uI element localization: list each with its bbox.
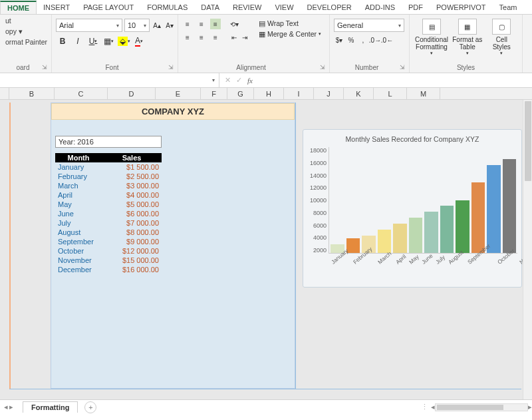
column-header-F[interactable]: F — [201, 88, 227, 99]
wrap-text-button[interactable]: ▤Wrap Text — [257, 19, 323, 28]
table-row[interactable]: August$8 000.00 — [55, 228, 162, 237]
month-cell[interactable]: December — [55, 265, 102, 274]
column-header-K[interactable]: K — [344, 88, 374, 99]
align-top-icon[interactable]: ≡ — [182, 19, 193, 29]
vertical-scrollbar[interactable] — [523, 100, 532, 399]
month-cell[interactable]: May — [55, 200, 102, 209]
merge-center-button[interactable]: ▦Merge & Center ▾ — [257, 29, 323, 39]
column-header-C[interactable]: C — [55, 88, 108, 99]
align-bottom-icon[interactable]: ≡ — [210, 19, 221, 29]
ribbon-tab-team[interactable]: Team — [493, 1, 524, 13]
copy-button[interactable]: opy ▾ — [4, 27, 49, 36]
increase-decimal-icon[interactable]: .0→ — [370, 35, 380, 45]
chart[interactable]: Monthly Sales Recorded for Company XYZ 1… — [303, 129, 522, 288]
column-header-J[interactable]: J — [314, 88, 344, 99]
column-header-L[interactable]: L — [374, 88, 407, 99]
table-row[interactable]: October$12 000.00 — [55, 246, 162, 256]
font-launcher-icon[interactable]: ⇲ — [168, 64, 174, 71]
month-cell[interactable]: November — [55, 256, 102, 265]
number-format-combo[interactable]: General▾ — [334, 19, 404, 32]
decrease-indent-icon[interactable]: ⇤ — [229, 32, 239, 43]
ribbon-tab-review[interactable]: REVIEW — [226, 1, 268, 13]
orientation-icon[interactable]: ⟲▾ — [229, 19, 239, 29]
percent-format-icon[interactable]: % — [346, 35, 356, 45]
fx-icon[interactable]: fx — [247, 77, 253, 85]
chart-bar[interactable] — [440, 206, 454, 253]
tab-split-icon[interactable]: ⋮ — [421, 403, 428, 411]
font-size-combo[interactable]: 10▾ — [124, 19, 150, 32]
month-cell[interactable]: September — [55, 237, 102, 246]
clipboard-launcher-icon[interactable]: ⇲ — [42, 64, 47, 71]
cut-button[interactable]: ut — [4, 16, 49, 25]
worksheet-grid[interactable]: COMPANY XYZ Year: 2016 Month Sales Janua… — [0, 100, 532, 399]
table-row[interactable]: February$2 500.00 — [55, 172, 162, 181]
chart-bar[interactable] — [503, 159, 517, 253]
name-box[interactable]: ▾ — [0, 73, 219, 87]
ribbon-tab-formulas[interactable]: FORMULAS — [140, 1, 194, 13]
table-row[interactable]: December$16 000.00 — [55, 265, 162, 274]
cell-styles-button[interactable]: ▢ Cell Styles▾ — [485, 17, 519, 57]
align-center-icon[interactable]: ≡ — [196, 32, 207, 43]
borders-button[interactable]: ▦▾ — [102, 35, 115, 48]
month-cell[interactable]: October — [55, 246, 102, 256]
month-cell[interactable]: March — [55, 181, 102, 190]
conditional-formatting-button[interactable]: ▤ Conditional Formatting▾ — [414, 17, 450, 57]
month-cell[interactable]: April — [55, 190, 102, 200]
format-as-table-button[interactable]: ▦ Format as Table▾ — [451, 17, 484, 57]
fill-color-button[interactable]: ⬙▾ — [117, 35, 130, 48]
ribbon-tab-developer[interactable]: DEVELOPER — [301, 1, 358, 13]
sales-cell[interactable]: $8 000.00 — [102, 228, 162, 237]
sales-cell[interactable]: $4 000.00 — [102, 190, 162, 200]
decrease-decimal-icon[interactable]: .0← — [382, 35, 392, 45]
chart-bar[interactable] — [471, 182, 485, 253]
sales-cell[interactable]: $3 000.00 — [102, 181, 162, 190]
horizontal-scrollbar[interactable] — [435, 403, 528, 411]
sales-cell[interactable]: $5 000.00 — [102, 200, 162, 209]
sales-cell[interactable]: $9 000.00 — [102, 237, 162, 246]
align-left-icon[interactable]: ≡ — [182, 32, 193, 43]
accounting-format-icon[interactable]: $▾ — [334, 35, 344, 45]
font-color-button[interactable]: A▾ — [132, 35, 146, 48]
sales-cell[interactable]: $6 000.00 — [102, 209, 162, 218]
table-row[interactable]: July$7 000.00 — [55, 218, 162, 228]
month-cell[interactable]: July — [55, 218, 102, 228]
column-header-G[interactable]: G — [227, 88, 254, 99]
italic-button[interactable]: I — [71, 35, 84, 48]
column-header-M[interactable]: M — [407, 88, 440, 99]
month-cell[interactable]: February — [55, 172, 102, 181]
font-name-combo[interactable]: Arial▾ — [56, 19, 122, 32]
sheet-tab-formatting[interactable]: Formatting — [23, 401, 78, 413]
chart-bar[interactable] — [456, 200, 469, 254]
month-cell[interactable]: August — [55, 228, 102, 237]
month-cell[interactable]: January — [55, 162, 102, 172]
column-header-H[interactable]: H — [254, 88, 284, 99]
chart-bar[interactable] — [424, 212, 438, 253]
sales-cell[interactable]: $15 000.00 — [102, 256, 162, 265]
sales-cell[interactable]: $16 000.00 — [102, 265, 162, 274]
chart-bar[interactable] — [487, 165, 501, 254]
table-row[interactable]: April$4 000.00 — [55, 190, 162, 200]
underline-button[interactable]: U▾ — [86, 35, 100, 48]
cancel-formula-icon[interactable]: ✕ — [225, 76, 231, 85]
sheet-nav[interactable]: ◂▸ — [0, 403, 17, 411]
month-cell[interactable]: June — [55, 209, 102, 218]
ribbon-tab-pdf[interactable]: PDF — [402, 1, 430, 13]
ribbon-tab-powerpivot[interactable]: POWERPIVOT — [430, 1, 493, 13]
table-row[interactable]: January$1 500.00 — [55, 162, 162, 172]
comma-format-icon[interactable]: , — [358, 35, 368, 45]
enter-formula-icon[interactable]: ✓ — [236, 76, 242, 85]
table-row[interactable]: June$6 000.00 — [55, 209, 162, 218]
alignment-launcher-icon[interactable]: ⇲ — [320, 64, 325, 71]
year-cell[interactable]: Year: 2016 — [55, 136, 162, 148]
ribbon-tab-home[interactable]: HOME — [0, 1, 37, 14]
ribbon-tab-view[interactable]: VIEW — [268, 1, 300, 13]
decrease-font-icon[interactable]: A▾ — [164, 20, 175, 31]
chart-bar[interactable] — [393, 224, 407, 253]
increase-indent-icon[interactable]: ⇥ — [239, 32, 250, 43]
sales-cell[interactable]: $7 000.00 — [102, 218, 162, 228]
table-row[interactable]: May$5 000.00 — [55, 200, 162, 209]
chart-bar[interactable] — [409, 218, 423, 253]
new-sheet-button[interactable]: + — [84, 401, 96, 413]
column-header-B[interactable]: B — [9, 88, 55, 99]
sales-cell[interactable]: $12 000.00 — [102, 246, 162, 256]
